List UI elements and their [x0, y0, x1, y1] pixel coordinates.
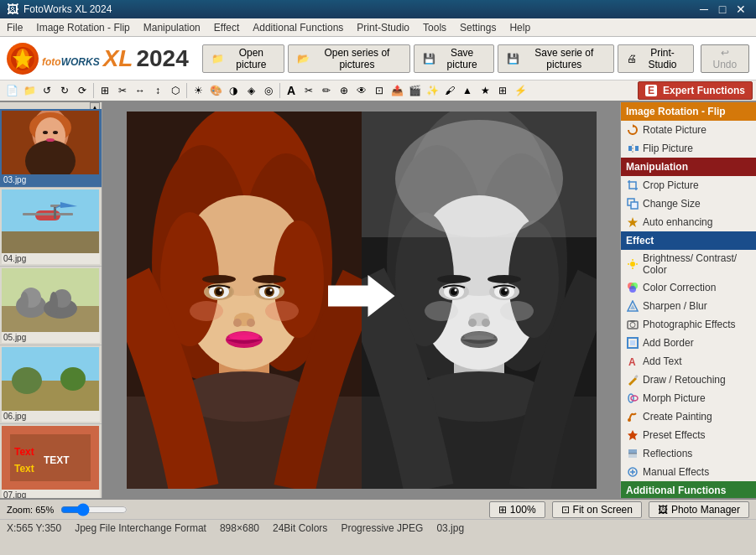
- manual-effects-label: Manual Effects: [643, 466, 709, 478]
- menu-effect[interactable]: Effect: [207, 19, 246, 36]
- menu-additional-functions[interactable]: Additional Functions: [246, 19, 350, 36]
- crop-picture-item[interactable]: Crop Picture: [621, 176, 756, 195]
- qb-shape[interactable]: ▲: [459, 82, 476, 99]
- flip-picture-item[interactable]: Flip Picture: [621, 139, 756, 158]
- qb-contrast[interactable]: ◑: [225, 82, 242, 99]
- app-title: FotoWorks XL 2024: [23, 3, 112, 15]
- maximize-button[interactable]: □: [714, 1, 731, 18]
- qb-text[interactable]: A: [283, 82, 300, 99]
- zoom-slider[interactable]: [60, 506, 128, 514]
- svg-point-88: [504, 289, 507, 292]
- qb-flip-h[interactable]: ↔: [132, 82, 149, 99]
- qb-brightness[interactable]: ☀: [190, 82, 206, 99]
- svg-point-94: [425, 301, 458, 321]
- photographic-effects-item[interactable]: Photographic Effects: [621, 315, 756, 334]
- svg-rect-14: [23, 213, 73, 215]
- qb-effects[interactable]: ✨: [424, 82, 441, 99]
- svg-point-79: [437, 275, 471, 283]
- menu-manipulation[interactable]: Manipulation: [137, 19, 207, 36]
- open-picture-button[interactable]: 📁 Open picture: [202, 44, 284, 73]
- qb-rotate-cw[interactable]: ↻: [56, 82, 73, 99]
- qb-layers[interactable]: ⊡: [371, 82, 388, 99]
- qb-rotate-ccw[interactable]: ↺: [39, 82, 55, 99]
- preset-effects-item[interactable]: Preset Effects: [621, 426, 756, 444]
- qb-scissors[interactable]: ✂: [300, 82, 317, 99]
- menu-settings[interactable]: Settings: [453, 19, 503, 36]
- qb-stamp[interactable]: ⊕: [336, 82, 352, 99]
- fit-on-screen-button[interactable]: ⊡ Fit on Screen: [552, 501, 642, 518]
- statusbar-top: Zoom: 65% ⊞ 100% ⊡ Fit on Screen 🖼 Photo…: [0, 500, 756, 520]
- reflections-item[interactable]: Reflections: [621, 444, 756, 463]
- create-painting-item[interactable]: Create Painting: [621, 407, 756, 426]
- brightness-item[interactable]: Brightness/ Contrast/ Color: [621, 250, 756, 278]
- menu-file[interactable]: File: [0, 19, 29, 36]
- save-picture-button[interactable]: 💾 Save picture: [414, 44, 495, 73]
- undo-toolbar-button[interactable]: ↩ Undo: [701, 44, 749, 73]
- logo-text: fotoWORKS: [42, 45, 100, 71]
- svg-point-114: [629, 286, 636, 293]
- qb-rotate-special[interactable]: ⟳: [74, 82, 91, 99]
- qb-paint[interactable]: 🖌: [441, 82, 458, 99]
- qb-grid[interactable]: ⊞: [494, 82, 511, 99]
- qb-draw[interactable]: ✏: [318, 82, 335, 99]
- qb-star[interactable]: ★: [477, 82, 493, 99]
- expert-functions-button[interactable]: E Expert Functions: [638, 81, 753, 100]
- morph-picture-item[interactable]: Morph Picture: [621, 389, 756, 407]
- qb-new[interactable]: 📄: [3, 82, 20, 99]
- thumb-img-04: [2, 189, 99, 253]
- undo-icon: ↩: [721, 47, 729, 59]
- open-series-button[interactable]: 📂 Open series of pictures: [288, 44, 410, 73]
- sharpen-blur-item[interactable]: Sharpen / Blur: [621, 297, 756, 315]
- manual-effects-item[interactable]: Manual Effects: [621, 463, 756, 481]
- qb-color[interactable]: 🎨: [207, 82, 224, 99]
- svg-rect-119: [630, 320, 635, 322]
- svg-point-23: [20, 292, 29, 312]
- photo-manager-button[interactable]: 🖼 Photo Manager: [649, 501, 749, 518]
- quickbar: 📄 📁 ↺ ↻ ⟳ ⊞ ✂ ↔ ↕ ⬡ ☀ 🎨 ◑ ◈ ◎ A ✂ ✏ ⊕ 👁 …: [0, 80, 756, 102]
- qb-flip-v[interactable]: ↕: [149, 82, 166, 99]
- zoom-100-icon: ⊞: [498, 504, 507, 516]
- add-text-item[interactable]: A Add Text: [621, 352, 756, 371]
- qb-eye[interactable]: 👁: [353, 82, 370, 99]
- menu-print-studio[interactable]: Print-Studio: [350, 19, 416, 36]
- auto-enhancing-item[interactable]: Auto enhancing: [621, 213, 756, 231]
- thumbnail-item-04[interactable]: 04.jpg: [0, 188, 102, 267]
- thumbnail-item-05[interactable]: 05.jpg: [0, 267, 102, 345]
- qb-blur[interactable]: ◎: [260, 82, 277, 99]
- menu-tools[interactable]: Tools: [416, 19, 453, 36]
- menu-help[interactable]: Help: [503, 19, 537, 36]
- add-border-item[interactable]: Add Border: [621, 334, 756, 352]
- svg-point-9: [53, 131, 58, 134]
- thumbnail-item-06[interactable]: 06.jpg: [0, 345, 102, 424]
- menu-image-rotation-flip[interactable]: Image Rotation - Flip: [29, 19, 136, 36]
- thumbnail-item-07[interactable]: Text Text TEXT 07.jpg: [0, 424, 102, 498]
- qb-film[interactable]: 🎬: [406, 82, 423, 99]
- change-size-item[interactable]: Change Size: [621, 195, 756, 213]
- statusbar: Zoom: 65% ⊞ 100% ⊡ Fit on Screen 🖼 Photo…: [0, 498, 756, 537]
- svg-point-26: [50, 292, 58, 315]
- save-serie-button[interactable]: 💾 Save serie of pictures: [498, 44, 614, 73]
- qb-perspective[interactable]: ⬡: [167, 82, 184, 99]
- preset-effects-icon: [626, 428, 639, 442]
- brightness-icon: [626, 257, 639, 271]
- qb-export[interactable]: 📤: [388, 82, 405, 99]
- original-image: [127, 112, 362, 489]
- color-correction-item[interactable]: Color Correction: [621, 278, 756, 297]
- rotate-picture-item[interactable]: Rotate Picture: [621, 121, 756, 139]
- print-studio-button[interactable]: 🖨 Print-Studio: [618, 44, 693, 73]
- zoom-100-button[interactable]: ⊞ 100%: [489, 501, 545, 518]
- svg-point-10: [46, 138, 55, 142]
- thumbnail-item-03[interactable]: 03.jpg: [0, 109, 102, 188]
- qb-batch[interactable]: ⚡: [512, 82, 529, 99]
- titlebar-left: 🖼 FotoWorks XL 2024: [7, 3, 112, 16]
- qb-sharpen[interactable]: ◈: [242, 82, 259, 99]
- minimize-button[interactable]: ─: [696, 1, 712, 18]
- expert-e-icon: E: [645, 85, 657, 96]
- manipulation-header-label: Manipulation: [626, 161, 688, 173]
- qb-resize[interactable]: ⊞: [96, 82, 113, 99]
- qb-crop[interactable]: ✂: [114, 82, 131, 99]
- menubar: File Image Rotation - Flip Manipulation …: [0, 18, 756, 37]
- draw-retouching-item[interactable]: Draw / Retouching: [621, 371, 756, 389]
- close-button[interactable]: ✕: [733, 1, 749, 18]
- qb-open[interactable]: 📁: [21, 82, 38, 99]
